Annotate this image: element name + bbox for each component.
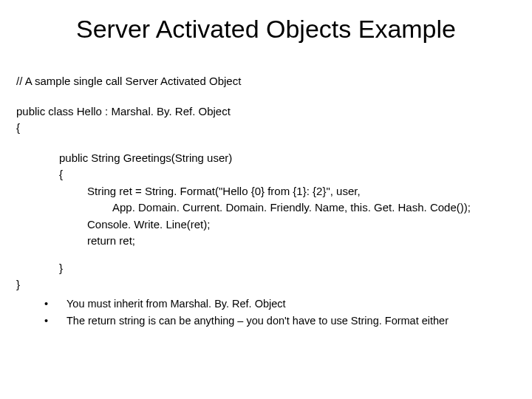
- bullet-text: You must inherit from Marshal. By. Ref. …: [66, 296, 532, 312]
- list-item: • You must inherit from Marshal. By. Ref…: [44, 296, 532, 312]
- method-brace-open: {: [59, 166, 516, 183]
- code-comment: // A sample single call Server Activated…: [16, 73, 516, 90]
- list-item: • The return string is can be anything –…: [44, 313, 532, 329]
- class-brace-open: {: [16, 120, 516, 137]
- code-line-3: Console. Write. Line(ret);: [59, 216, 516, 233]
- code-line-2: App. Domain. Current. Domain. Friendly. …: [59, 200, 516, 216]
- bullet-list: • You must inherit from Marshal. By. Ref…: [0, 296, 532, 329]
- code-line-4: return ret;: [59, 233, 516, 250]
- method-brace-close: }: [16, 260, 516, 277]
- method-signature: public String Greetings(String user): [59, 150, 516, 167]
- bullet-icon: •: [44, 313, 66, 329]
- bullet-icon: •: [44, 296, 66, 312]
- method-block: public String Greetings(String user) { S…: [16, 150, 516, 250]
- bullet-text: The return string is can be anything – y…: [66, 313, 532, 329]
- code-block: // A sample single call Server Activated…: [0, 73, 532, 293]
- code-line-1: String ret = String. Format("Hello {0} f…: [59, 183, 516, 200]
- page-title: Server Activated Objects Example: [0, 15, 532, 44]
- class-declaration: public class Hello : Marshal. By. Ref. O…: [16, 103, 516, 120]
- class-brace-close: }: [16, 276, 516, 293]
